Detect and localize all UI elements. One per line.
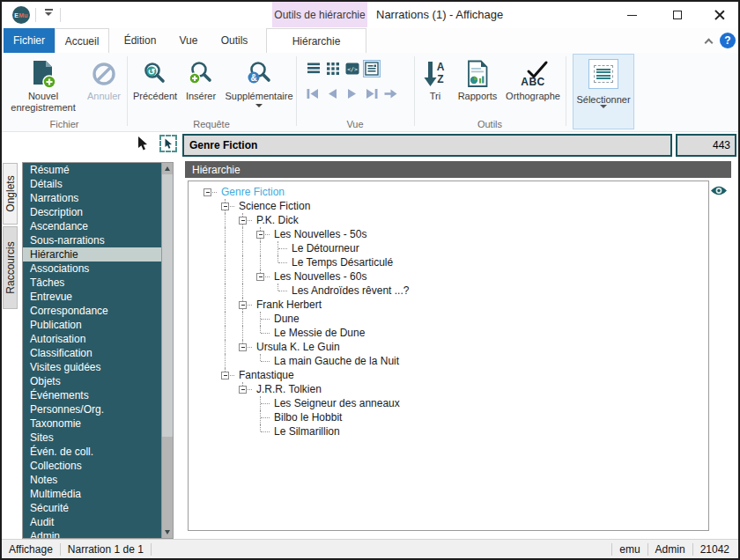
tree-collapse-box[interactable] (239, 301, 247, 309)
sidebar-item[interactable]: Ascendance (23, 219, 173, 233)
tree-node-label[interactable]: Science Fiction (237, 200, 312, 212)
tree-collapse-box[interactable] (256, 273, 264, 281)
sidebar-item[interactable]: Audit (23, 515, 173, 529)
tree-node-label[interactable]: Ursula K. Le Guin (255, 341, 342, 353)
tab-fichier[interactable]: Fichier (4, 28, 55, 53)
tree-node-label[interactable]: La main Gauche de la Nuit (272, 355, 401, 367)
collapse-ribbon-button[interactable] (700, 33, 716, 49)
tab-edition[interactable]: Édition (115, 28, 166, 53)
side-tab-raccourcis[interactable]: Raccourcis (3, 226, 18, 309)
spellcheck-button[interactable]: ABC Orthographe (502, 55, 564, 127)
tab-outils[interactable]: Outils (210, 28, 259, 53)
tree-node-label[interactable]: Le Messie de Dune (272, 327, 366, 339)
minimize-button[interactable] (612, 2, 652, 28)
previous-query-button[interactable]: ↺ Précédent (130, 55, 180, 127)
tree-node-label[interactable]: Les Nouvelles - 60s (272, 270, 368, 283)
tree-collapse-box[interactable] (256, 231, 264, 239)
tree-node-label[interactable]: Le Temps Désarticulé (290, 256, 395, 269)
eye-icon[interactable] (710, 184, 728, 197)
select-button[interactable]: Sélectionner (573, 54, 634, 129)
sidebar-item[interactable]: Admin (23, 529, 173, 539)
sidebar-item[interactable]: Tâches (23, 276, 173, 290)
tree-node-label[interactable]: P.K. Dick (255, 214, 300, 226)
cancel-button[interactable]: Annuler (81, 55, 127, 127)
tree-node[interactable]: Le Détourneur (189, 241, 708, 255)
tab-hierarchie[interactable]: Hiérarchie (266, 28, 366, 53)
tree-collapse-box[interactable] (204, 188, 211, 196)
pointer-cursor-icon[interactable] (137, 136, 152, 153)
tree-node-label[interactable]: Dune (272, 313, 301, 325)
sidebar-item[interactable]: Taxonomie (23, 416, 173, 431)
sidebar-item[interactable]: Visites guidées (23, 360, 173, 374)
tree-node[interactable]: Ursula K. Le Guin (189, 340, 708, 354)
next-record-icon[interactable] (342, 86, 361, 100)
tree-node-label[interactable]: Frank Herbert (255, 298, 323, 311)
select-mode-icon[interactable] (159, 135, 177, 152)
tree-node[interactable]: Genre Fiction (189, 185, 708, 199)
sidebar-item[interactable]: Événements (23, 388, 173, 402)
tree-node-label[interactable]: Fantastique (237, 369, 296, 381)
code-view-icon[interactable]: </> (344, 60, 361, 77)
sidebar-item[interactable]: Correspondance (23, 304, 173, 318)
sidebar-item[interactable]: Description (23, 205, 173, 219)
tree-node[interactable]: Dune (189, 312, 708, 326)
tree-node-label[interactable]: Les Seigneur des anneaux (272, 397, 402, 409)
sidebar-item[interactable]: Publication (23, 318, 173, 332)
side-tab-onglets[interactable]: Onglets (3, 163, 18, 225)
tab-accueil[interactable]: Accueil (55, 28, 109, 53)
tree-node[interactable]: Bilbo le Hobbit (189, 410, 708, 424)
scrollbar-thumb[interactable] (162, 174, 173, 437)
tree-collapse-box[interactable] (239, 217, 247, 225)
tree-collapse-box[interactable] (221, 372, 229, 379)
help-button[interactable] (720, 33, 736, 48)
insert-button[interactable]: Insérer (180, 55, 222, 127)
tree-node[interactable]: Science Fiction (189, 199, 708, 213)
last-record-icon[interactable] (361, 86, 381, 100)
detail-view-icon[interactable] (363, 60, 381, 77)
first-record-icon[interactable] (303, 86, 322, 100)
sidebar-item[interactable]: Entrevue (23, 290, 173, 304)
tree-node[interactable]: La main Gauche de la Nuit (189, 354, 708, 368)
tab-vue[interactable]: Vue (169, 28, 208, 53)
tree-node-label[interactable]: Les Androïdes rêvent ...? (290, 284, 411, 297)
list-view-icon[interactable] (305, 60, 322, 77)
sidebar-item[interactable]: Narrations (23, 191, 173, 205)
sidebar-item[interactable]: Sous-narrations (23, 233, 173, 247)
maximize-button[interactable] (657, 2, 697, 28)
tree-node[interactable]: Frank Herbert (189, 298, 708, 312)
sidebar-item[interactable]: Associations (23, 262, 173, 276)
sidebar-item[interactable]: Multimédia (23, 487, 173, 501)
tree-node[interactable]: Les Nouvelles - 50s (189, 227, 708, 241)
tree-node[interactable]: Le Silmarillion (189, 424, 708, 438)
tree-node[interactable]: Fantastique (189, 368, 708, 382)
tree-node[interactable]: P.K. Dick (189, 213, 708, 227)
app-logo-icon[interactable]: EMu (12, 6, 30, 24)
sidebar-scrollbar[interactable] (161, 163, 173, 538)
sidebar-item[interactable]: Détails (23, 177, 173, 191)
sidebar-item[interactable]: Personnes/Org. (23, 402, 173, 416)
goto-record-icon[interactable] (381, 86, 400, 100)
sidebar-item[interactable]: Résumé (23, 163, 173, 177)
previous-record-icon[interactable] (322, 86, 342, 100)
new-record-button[interactable]: Nouvel enregistrement (5, 55, 81, 127)
tree-collapse-box[interactable] (221, 203, 229, 210)
scroll-up-icon[interactable] (162, 163, 173, 174)
tree-node-label[interactable]: Bilbo le Hobbit (272, 411, 344, 424)
supplementary-button[interactable]: & Supplémentaire (222, 55, 296, 127)
record-count-field[interactable]: 443 (676, 134, 736, 157)
quick-access-dropdown-icon[interactable] (42, 9, 55, 21)
sidebar-item[interactable]: Sites (23, 431, 173, 445)
sidebar-item[interactable]: Classification (23, 346, 173, 360)
tree-node-label[interactable]: Le Silmarillion (272, 425, 342, 438)
sidebar-item[interactable]: Hiérarchie (23, 247, 173, 262)
tree-node[interactable]: Les Seigneur des anneaux (189, 396, 708, 410)
tree-node-label[interactable]: Les Nouvelles - 50s (272, 228, 368, 240)
tree-node[interactable]: Les Nouvelles - 60s (189, 269, 708, 284)
tree-node[interactable]: Le Temps Désarticulé (189, 255, 708, 269)
scroll-down-icon[interactable] (162, 527, 173, 538)
sidebar-item[interactable]: Collections (23, 459, 173, 473)
tree-collapse-box[interactable] (239, 386, 247, 394)
tree-collapse-box[interactable] (239, 343, 247, 351)
sidebar-item[interactable]: Notes (23, 473, 173, 487)
tree-node[interactable]: Les Androïdes rêvent ...? (189, 284, 708, 298)
